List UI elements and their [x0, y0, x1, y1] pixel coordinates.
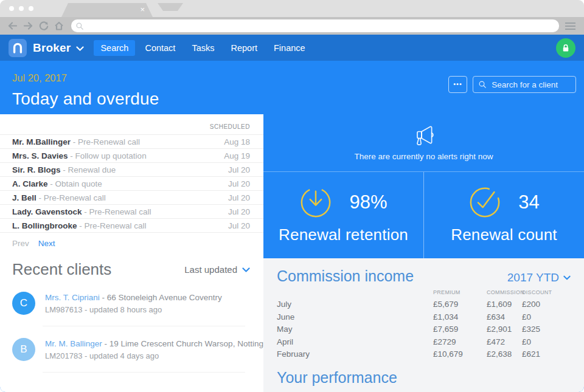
reload-icon[interactable] — [39, 21, 49, 31]
window-controls — [9, 6, 33, 11]
performance-title: Your performance — [277, 369, 571, 387]
nav-item-search[interactable]: Search — [94, 40, 135, 56]
premium-cell: £10,679 — [433, 348, 487, 361]
check-circle-icon — [468, 186, 501, 219]
metric-value: 34 — [518, 191, 539, 213]
browser-tab[interactable]: × — [61, 3, 153, 17]
prev-button[interactable]: Prev — [12, 239, 29, 248]
browser-window: × Broker — [0, 0, 584, 392]
client-search-input[interactable] — [490, 80, 570, 90]
alerts-message: There are currently no alerts right now — [354, 152, 493, 161]
premium-cell: £5,679 — [433, 298, 487, 311]
address-input[interactable] — [87, 21, 554, 31]
nav-item-tasks[interactable]: Tasks — [185, 40, 221, 56]
commission-section: Commission income 2017 YTD PREMIUM COMMI… — [263, 258, 584, 392]
nav-menu: Search Contact Tasks Report Finance — [94, 40, 311, 56]
chevron-down-icon — [242, 267, 250, 272]
metric-label: Renewal retention — [279, 225, 408, 244]
client-name-link[interactable]: Mr. M. Ballinger — [45, 339, 102, 348]
discount-cell: £0 — [522, 311, 571, 324]
column-header: COMMISSION — [487, 289, 522, 298]
chevron-down-icon — [563, 275, 571, 280]
premium-cell: £2729 — [433, 336, 487, 349]
home-icon[interactable] — [54, 21, 64, 30]
task-row[interactable]: L. Bollingbrooke Pre-Renewal call Jul 20 — [0, 218, 263, 232]
commission-title: Commission income — [277, 267, 414, 285]
month-cell: May — [277, 323, 433, 336]
client-address: 66 Stoneleigh Avenue Coventry — [102, 293, 222, 302]
commission-table: PREMIUM COMMISSION DISCOUNT July £5,679 … — [277, 289, 571, 361]
column-header: PREMIUM — [433, 289, 487, 298]
scheduled-column-header: SCHEDULED — [0, 114, 263, 134]
window-control-dot[interactable] — [19, 6, 24, 11]
client-meta: LM201783 - updated 4 days ago — [45, 350, 279, 362]
brand-name[interactable]: Broker — [33, 41, 71, 55]
avatar: C — [12, 292, 35, 315]
client-name-link[interactable]: Mrs. T. Cipriani — [45, 293, 100, 302]
divider — [43, 372, 245, 373]
client-search-box[interactable] — [473, 76, 576, 93]
window-control-dot[interactable] — [29, 6, 33, 11]
month-cell: June — [277, 311, 433, 324]
client-address: 19 Lime Crescent Church Warsop, Nottingh… — [105, 339, 280, 348]
discount-cell: £325 — [522, 323, 571, 336]
client-row[interactable]: C Mrs. T. Cipriani 66 Stoneleigh Avenue … — [0, 280, 263, 318]
commission-cell: £1,609 — [487, 298, 522, 311]
search-icon — [479, 80, 486, 89]
commission-cell: £472 — [487, 336, 522, 349]
discount-cell: £621 — [522, 348, 571, 361]
client-row[interactable]: B Mr. M. Ballinger 19 Lime Crescent Chur… — [0, 326, 263, 364]
app-logo[interactable] — [9, 39, 27, 57]
commission-cell: £2,638 — [487, 348, 522, 361]
commission-cell: £2,901 — [487, 323, 522, 336]
premium-cell: £1,034 — [433, 311, 487, 324]
discount-cell: £200 — [522, 298, 571, 311]
alerts-section: There are currently no alerts right now — [263, 114, 584, 172]
metrics-section: 98% Renewal retention 34 Renewal count — [263, 172, 584, 258]
lock-icon — [560, 42, 572, 54]
task-row[interactable]: J. Bell Pre-Renewal call Jul 20 — [0, 190, 263, 204]
more-button[interactable]: ••• — [448, 76, 467, 93]
nav-item-contact[interactable]: Contact — [138, 40, 182, 56]
menu-icon[interactable] — [564, 20, 577, 32]
browser-tab-strip: × — [0, 0, 584, 17]
discount-cell: £0 — [522, 336, 571, 349]
period-selector[interactable]: 2017 YTD — [507, 271, 571, 284]
task-row[interactable]: Mr. M.Ballinger Pre-Renewal call Aug 18 — [0, 134, 263, 148]
app-navbar: Broker Search Contact Tasks Report Finan… — [0, 35, 584, 61]
tasks-panel: SCHEDULED Mr. M.Ballinger Pre-Renewal ca… — [0, 114, 263, 392]
chevron-down-icon[interactable] — [76, 46, 84, 51]
task-row[interactable]: A. Clarke Obtain quote Jul 20 — [0, 176, 263, 190]
column-header: DISCOUNT — [522, 289, 571, 298]
forward-icon[interactable] — [23, 21, 33, 30]
avatar: B — [12, 338, 35, 361]
dashboard-panel: There are currently no alerts right now … — [263, 114, 584, 392]
back-icon[interactable] — [7, 21, 18, 30]
page-header: Jul 20, 2017 Today and overdue ••• — [0, 61, 584, 114]
premium-cell: £7,659 — [433, 323, 487, 336]
address-bar[interactable] — [71, 19, 559, 32]
metric-value: 98% — [349, 191, 387, 213]
search-icon — [76, 22, 83, 30]
metric-label: Renewal count — [451, 225, 557, 244]
nav-item-finance[interactable]: Finance — [267, 40, 312, 56]
lock-button[interactable] — [556, 38, 575, 58]
month-cell: April — [277, 336, 433, 349]
metric-renewal-retention: 98% Renewal retention — [263, 172, 423, 258]
pagination: Prev Next — [0, 233, 263, 252]
month-cell: July — [277, 298, 433, 311]
tab-close-icon[interactable]: × — [140, 5, 145, 15]
arrow-down-circle-icon — [299, 186, 332, 219]
task-list: Mr. M.Ballinger Pre-Renewal call Aug 18 … — [0, 134, 263, 233]
window-control-dot[interactable] — [9, 6, 14, 11]
task-row[interactable]: Mrs. S. Davies Follow up quotation Aug 1… — [0, 148, 263, 162]
month-cell: February — [277, 348, 433, 361]
nav-item-report[interactable]: Report — [224, 40, 264, 56]
new-tab-button[interactable] — [158, 3, 183, 11]
task-row[interactable]: Lady. Gavenstock Pre-Renewal call Jul 20 — [0, 204, 263, 218]
next-button[interactable]: Next — [38, 239, 55, 248]
sort-selector[interactable]: Last updated — [184, 264, 250, 275]
megaphone-icon — [410, 125, 438, 148]
recent-clients-title: Recent clients — [12, 260, 111, 279]
task-row[interactable]: Sir. R. Blogs Renewal due Jul 20 — [0, 162, 263, 176]
